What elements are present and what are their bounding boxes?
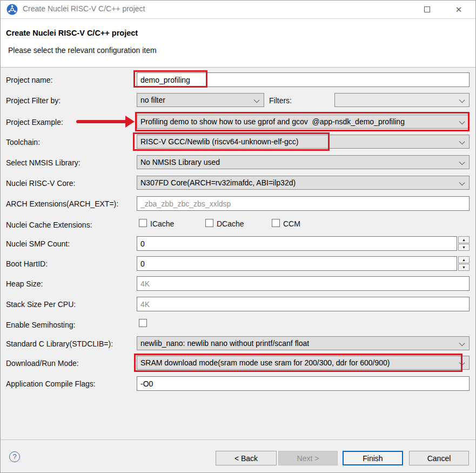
stack-size-input[interactable] [137, 297, 470, 311]
spin-up-button[interactable]: ▲ [458, 256, 470, 263]
boot-hartid-stepper: ▲ ▼ [458, 256, 470, 271]
spin-down-icon: ▼ [462, 265, 466, 269]
help-icon: ? [12, 452, 16, 461]
chevron-down-icon [459, 119, 465, 125]
field-label-project-filter: Project Filter by: [6, 95, 61, 106]
boot-hartid-input[interactable] [137, 256, 457, 271]
heap-size-input[interactable] [137, 276, 470, 291]
project-filter-select[interactable]: no filter [137, 93, 264, 107]
download-mode-select[interactable]: SRAM download mode(sram mode use sram fo… [137, 356, 470, 370]
icache-checkbox[interactable] [139, 219, 147, 227]
field-label-stdclib: Standard C Library(STDCLIB=): [6, 338, 113, 349]
window-title: Create Nuclei RISC-V C/C++ project [23, 4, 145, 13]
maximize-button[interactable] [415, 1, 439, 18]
spin-down-icon: ▼ [462, 245, 466, 249]
field-label-smp-count: Nuclei SMP Count: [6, 238, 70, 249]
field-label-download-mode: Download/Run Mode: [6, 358, 79, 369]
project-filter-value: no filter [140, 96, 165, 104]
stdclib-select[interactable]: newlib_nano: newlib nano without printf/… [137, 336, 470, 350]
field-label-boot-hartid: Boot HartID: [6, 258, 48, 269]
icache-checkbox-label: ICache [150, 218, 174, 229]
wizard-header: Create Nuclei RISC-V C/C++ project Pleas… [1, 18, 475, 68]
annotation-arrow-icon [125, 116, 135, 128]
spin-up-button[interactable]: ▲ [458, 236, 470, 243]
field-label-compile-flags: Application Compile Flags: [6, 378, 96, 389]
nmsis-library-select[interactable]: No NMSIS Library used [137, 155, 470, 169]
riscv-core-value: N307FD Core(ARCH=rv32imafdc, ABI=ilp32d) [140, 178, 296, 187]
button-bar: ? < Back Next > Finish Cancel [1, 439, 475, 472]
smp-count-input[interactable] [137, 236, 457, 251]
back-button[interactable]: < Back [216, 451, 277, 465]
chevron-down-icon [459, 341, 465, 347]
semihosting-checkbox[interactable] [139, 319, 147, 327]
field-label-project-name: Project name: [6, 75, 52, 85]
dcache-checkbox-label: DCache [217, 218, 244, 229]
close-button[interactable]: ✕ [447, 1, 471, 18]
annotation-arrow-line [76, 120, 128, 123]
spin-up-icon: ▲ [462, 258, 466, 262]
nmsis-library-value: No NMSIS Library used [140, 158, 220, 166]
page-title: Create Nuclei RISC-V C/C++ project [6, 29, 138, 37]
field-label-arch-ext: ARCH Extensions(ARCH_EXT=): [6, 198, 118, 209]
ccm-checkbox-label: CCM [283, 218, 300, 229]
page-subtitle: Please select the relevant configuration… [8, 46, 157, 55]
cancel-button[interactable]: Cancel [409, 451, 469, 465]
toolchain-value: RISC-V GCC/Newlib (riscv64-unknown-elf-g… [140, 137, 299, 146]
field-label-project-example: Project Example: [6, 117, 63, 128]
chevron-down-icon [459, 360, 465, 366]
riscv-core-select[interactable]: N307FD Core(ARCH=rv32imafdc, ABI=ilp32d) [137, 176, 470, 190]
field-label-nmsis: Select NMSIS Library: [6, 157, 81, 168]
configuration-form: Project name: Project Filter by: no filt… [1, 68, 475, 439]
field-label-filters: Filters: [269, 95, 292, 106]
spin-down-button[interactable]: ▼ [458, 244, 470, 251]
download-mode-value: SRAM download mode(sram mode use sram fo… [140, 358, 390, 367]
spin-up-icon: ▲ [462, 238, 466, 242]
finish-button[interactable]: Finish [343, 451, 403, 465]
chevron-down-icon [459, 159, 465, 165]
compile-flags-input[interactable] [137, 376, 470, 391]
stdclib-value: newlib_nano: newlib nano without printf/… [140, 339, 309, 348]
next-button[interactable]: Next > [278, 451, 338, 465]
close-icon: ✕ [455, 5, 462, 14]
project-example-value: Profiling demo to show how to use gprof … [140, 117, 405, 126]
chevron-down-icon [254, 97, 260, 103]
toolchain-select[interactable]: RISC-V GCC/Newlib (riscv64-unknown-elf-g… [137, 135, 470, 149]
smp-count-stepper: ▲ ▼ [458, 236, 470, 251]
create-project-wizard-window: Create Nuclei RISC-V C/C++ project ✕ Cre… [0, 0, 476, 473]
field-label-cache-extensions: Nuclei Cache Extensions: [6, 219, 92, 230]
chevron-down-icon [459, 180, 465, 186]
titlebar: Create Nuclei RISC-V C/C++ project ✕ [1, 1, 475, 18]
field-label-semihosting: Enable Semihosting: [6, 319, 75, 330]
chevron-down-icon [459, 97, 465, 103]
maximize-icon [424, 6, 430, 12]
nuclei-logo-icon [6, 4, 18, 15]
field-label-heap-size: Heap Size: [6, 278, 43, 289]
chevron-down-icon [459, 139, 465, 145]
project-example-select[interactable]: Profiling demo to show how to use gprof … [137, 115, 470, 129]
project-name-input[interactable] [137, 72, 470, 87]
ccm-checkbox[interactable] [272, 219, 280, 227]
arch-extensions-input[interactable] [137, 196, 470, 211]
filters-select[interactable] [334, 93, 470, 107]
help-button[interactable]: ? [9, 451, 20, 462]
field-label-toolchain: Toolchain: [6, 137, 40, 148]
field-label-stack-size: Stack Size Per CPU: [6, 299, 76, 310]
spin-down-button[interactable]: ▼ [458, 264, 470, 271]
field-label-core: Nuclei RISC-V Core: [6, 178, 75, 189]
dcache-checkbox[interactable] [205, 219, 213, 227]
